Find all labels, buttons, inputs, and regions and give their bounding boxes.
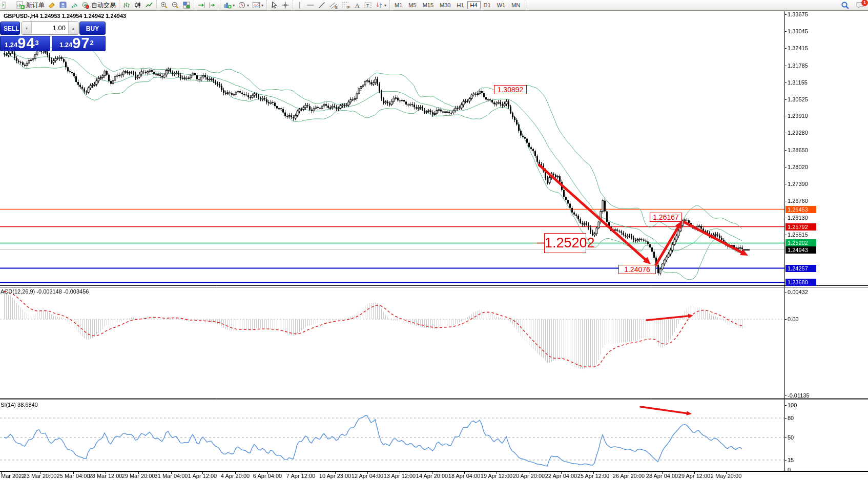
timeframe-m15[interactable]: M15 xyxy=(420,1,437,9)
hline-button[interactable] xyxy=(305,1,316,10)
price-tick: 1.27390 xyxy=(788,181,808,187)
hline-icon xyxy=(306,1,315,9)
price-tick: 1.25515 xyxy=(788,232,808,238)
text-icon: A xyxy=(354,1,361,9)
chart-canvas[interactable] xyxy=(0,0,868,480)
timeframe-w1[interactable]: W1 xyxy=(494,1,509,9)
line-chart-icon xyxy=(145,1,153,9)
chart-shift-button[interactable] xyxy=(207,1,218,10)
trade-panel-controls: SELL ▼ 1.00 ▲ BUY xyxy=(0,22,106,35)
zoom-in-button[interactable] xyxy=(158,1,170,10)
price-tick: 1.29280 xyxy=(788,130,808,136)
timeframe-h1[interactable]: H1 xyxy=(453,1,467,9)
vline-button[interactable] xyxy=(295,1,305,10)
time-tick: 20 Apr 20:00 xyxy=(513,473,545,479)
trade-panel-prices: 1.24 94 3 1.24 97 2 xyxy=(0,36,106,51)
indicators-button[interactable]: ▾ xyxy=(222,1,236,10)
crosshair-button[interactable] xyxy=(280,1,291,10)
metaeditor-button[interactable] xyxy=(57,1,69,10)
time-tick: 10 Apr 23:00 xyxy=(319,473,351,479)
periods-button[interactable]: ▾ xyxy=(236,1,251,10)
timeframe-m5[interactable]: M5 xyxy=(405,1,419,9)
time-tick: 2 May 20:00 xyxy=(711,473,742,479)
label-button[interactable]: T xyxy=(362,1,374,10)
search-button[interactable] xyxy=(839,1,851,10)
timeframe-mn[interactable]: MN xyxy=(508,1,523,9)
price-tick: 1.26130 xyxy=(788,215,808,221)
buy-price-big: 97 xyxy=(72,36,90,50)
timeframe-m30[interactable]: M30 xyxy=(437,1,453,9)
channel-button[interactable]: E xyxy=(327,1,340,10)
time-tick: 19 Apr 12:00 xyxy=(481,473,512,479)
indicator-axis-tick: 80 xyxy=(788,415,794,421)
candles-chart-button[interactable] xyxy=(132,1,143,10)
text-button[interactable]: A xyxy=(352,1,362,10)
annotation-price-label[interactable]: 1.30892 xyxy=(494,85,527,94)
volume-value[interactable]: 1.00 xyxy=(32,22,68,34)
bars-chart-button[interactable] xyxy=(121,1,132,10)
sell-button[interactable]: SELL xyxy=(0,22,20,35)
time-tick: 26 Apr 20:00 xyxy=(613,473,645,479)
signals-button[interactable] xyxy=(69,1,80,10)
auto-scroll-button[interactable] xyxy=(196,1,207,10)
templates-caret-icon: ▾ xyxy=(261,3,263,8)
cursor-button[interactable] xyxy=(268,1,280,10)
price-tick: 1.32415 xyxy=(788,45,808,51)
volume-decrease-button[interactable]: ▼ xyxy=(22,22,32,34)
time-tick: Mar 2022 xyxy=(1,473,25,479)
vline-icon xyxy=(296,1,303,9)
price-tag: 1.26453 xyxy=(786,206,816,213)
price-tick: 1.28650 xyxy=(788,147,808,153)
indicator-axis-tick: 50 xyxy=(788,434,794,441)
symbol-title: GBPUSD-,H4 1.24953 1.24954 1.24942 1.249… xyxy=(4,13,126,19)
time-tick: 7 Apr 12:00 xyxy=(286,473,315,479)
toolbar-right: 1 xyxy=(839,1,866,10)
history-button[interactable] xyxy=(46,1,57,10)
timeframe-d1[interactable]: D1 xyxy=(481,1,494,9)
indicators-icon xyxy=(223,1,232,9)
crosshair-icon xyxy=(281,1,290,9)
price-tick: 1.33675 xyxy=(788,11,808,17)
zoom-out-icon xyxy=(171,1,179,9)
timeframe-h4[interactable]: H4 xyxy=(467,1,481,9)
price-tick: 1.29910 xyxy=(788,113,808,119)
time-tick: 12 Apr 04:00 xyxy=(352,473,383,479)
auto-trading-button[interactable]: 自动交易 xyxy=(80,1,117,10)
annotation-price-label[interactable]: 1.24076 xyxy=(618,265,656,274)
indicator-axis-tick: 0.00432 xyxy=(788,289,808,295)
notifications-button[interactable]: 1 xyxy=(854,1,866,10)
svg-text:F: F xyxy=(347,6,349,9)
buy-button[interactable]: BUY xyxy=(79,22,106,35)
buy-price[interactable]: 1.24 97 2 xyxy=(52,36,106,51)
sell-price[interactable]: 1.24 94 3 xyxy=(0,36,50,51)
tile-windows-button[interactable] xyxy=(181,1,192,10)
time-tick: 25 Apr 12:00 xyxy=(577,473,609,479)
timeframe-group: M1M5M15M30H1H4D1W1MN xyxy=(390,0,525,10)
fibonacci-button[interactable]: F xyxy=(340,1,352,10)
annotation-price-label[interactable]: 1.25202 xyxy=(544,233,586,253)
price-tick: 1.28020 xyxy=(788,164,808,170)
new-order-label: 新订单 xyxy=(26,1,45,10)
label-icon: T xyxy=(364,1,372,9)
volume-increase-button[interactable]: ▲ xyxy=(68,22,78,34)
indicator-axis-tick: 0.00 xyxy=(788,316,798,322)
new-order-button[interactable]: 新订单 xyxy=(15,1,46,10)
trendline-icon xyxy=(318,1,326,9)
arrows-button[interactable]: ▾ xyxy=(374,1,388,10)
indicator-axis-tick: -0.01135 xyxy=(788,392,810,399)
tile-windows-icon xyxy=(182,1,191,9)
zoom-out-button[interactable] xyxy=(170,1,181,10)
time-tick: 4 Apr 20:00 xyxy=(221,473,250,479)
volume-stepper: ▼ 1.00 ▲ xyxy=(22,22,78,35)
price-tick: 1.31155 xyxy=(788,79,808,86)
timeframe-m1[interactable]: M1 xyxy=(391,1,405,9)
price-tag: 1.25202 xyxy=(786,239,816,246)
sell-price-sup: 3 xyxy=(35,36,39,50)
line-chart-button[interactable] xyxy=(143,1,155,10)
sell-price-big: 94 xyxy=(17,36,35,50)
candles-chart-icon xyxy=(134,1,142,9)
annotation-price-label[interactable]: 1.26167 xyxy=(650,213,682,222)
trendline-button[interactable] xyxy=(316,1,327,10)
mt4-window: { "toolbar": { "new_order_label": "新订单",… xyxy=(0,0,868,480)
templates-button[interactable]: ▾ xyxy=(251,1,265,10)
